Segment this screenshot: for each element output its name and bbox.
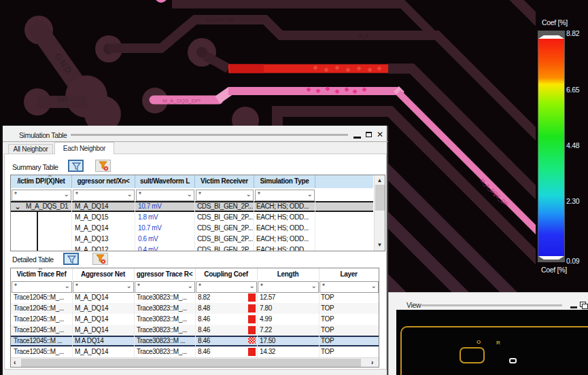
svg-text:ND: ND — [57, 95, 68, 103]
svg-text:M_A_DQS_DP!: M_A_DQS_DP! — [162, 98, 201, 104]
svg-text:M_A_DQS_DM: M_A_DQS_DM — [205, 18, 233, 22]
svg-text:M_A: M_A — [359, 33, 369, 39]
